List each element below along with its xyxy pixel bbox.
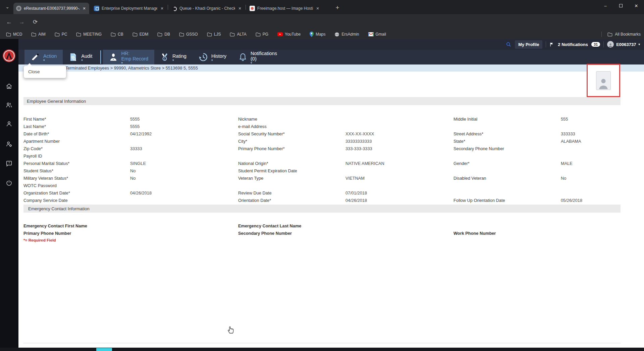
forward-button[interactable] [17, 18, 26, 27]
nav-item-audit[interactable]: Audit [63, 50, 98, 64]
image-host-favicon-icon [250, 6, 255, 11]
nav-item-label: Action [43, 53, 57, 59]
required-field-note: *= Required Field [23, 238, 56, 243]
field-label: Veteran Type [238, 176, 263, 181]
field-value: 07/01/2018 [345, 190, 367, 195]
field-label: WOTC Password [23, 183, 57, 188]
bookmark-item[interactable]: MCD [6, 32, 22, 37]
folder-icon [76, 32, 81, 37]
form-row: Organization Start Date*04/26/2018Review… [0, 190, 644, 197]
bookmark-label: PC [62, 32, 67, 37]
nav-item-action[interactable]: Action [24, 50, 63, 64]
tab-title: Freeimage.host — Image Hosti [257, 6, 313, 11]
back-button[interactable] [5, 18, 13, 27]
form-row: Last Name*5555e-mail Address [0, 124, 644, 131]
bookmark-item[interactable]: PG [256, 32, 268, 37]
pencil-icon [31, 52, 40, 62]
browser-tab[interactable]: Queue - Khadi Organic - Check [169, 3, 245, 14]
new-tab-button[interactable] [333, 3, 342, 13]
bookmark-item[interactable]: Maps [310, 32, 325, 37]
tab-close-icon[interactable] [315, 6, 320, 11]
bookmark-item[interactable]: CB [111, 32, 123, 37]
section-header-emergency: Emergency Contact Information [23, 205, 621, 213]
bookmark-item[interactable]: EDM [132, 32, 149, 37]
bookmark-label: GSSO [186, 32, 198, 37]
nav-item-label: Audit [81, 53, 92, 59]
home-icon[interactable] [5, 83, 13, 91]
nav-item-label: Notifications [251, 51, 277, 56]
chevron-down-icon [638, 43, 640, 46]
bookmark-item[interactable]: GSSO [179, 32, 198, 37]
all-bookmarks-button[interactable]: All Bookmarks [601, 30, 641, 39]
browser-tab[interactable]: Enterprise Deployment Manage [91, 3, 167, 14]
user-menu[interactable]: E0063737 [607, 41, 640, 48]
user-id-label: E0063737 [616, 42, 636, 47]
employees-icon[interactable] [5, 101, 13, 110]
window-close-button[interactable] [629, 0, 644, 11]
form-row: Date of Birth*04/12/1992Social Security … [0, 131, 644, 138]
nav-item-hr[interactable]: HR:Emp Record [103, 50, 154, 64]
tab-search-icon[interactable] [3, 3, 11, 11]
bookmark-label: Gmail [376, 32, 386, 37]
bookmark-item[interactable]: PC [55, 32, 67, 37]
bookmark-item[interactable]: ErsAdmin [334, 32, 359, 37]
browser-tab[interactable]: Freeimage.host — Image Hosti [247, 3, 323, 14]
field-label: Personal Marital Status* [23, 161, 69, 166]
bookmark-label: CB [118, 32, 123, 37]
breadcrumb[interactable]: Terminated Employees > 99990, Altametric… [65, 65, 198, 71]
tab-close-icon[interactable] [82, 6, 87, 11]
field-value: SINGLE [130, 161, 146, 166]
globe-gray-favicon-icon [16, 6, 21, 11]
field-label: Secondary Phone Number [238, 231, 292, 236]
field-value: No [561, 176, 566, 181]
notifications-link[interactable]: 2 Notifications [558, 42, 588, 47]
employee-photo-box[interactable] [587, 64, 620, 97]
bookmark-item[interactable]: YouTube [277, 32, 301, 37]
bookmark-item[interactable]: Gmail [368, 32, 386, 37]
maps-icon [310, 32, 314, 37]
field-value: 33333 [130, 146, 142, 151]
field-value: XXX-XX-XXXX [345, 131, 374, 136]
notifications-count-badge: 31 [591, 42, 600, 47]
menu-item-close[interactable]: Close [24, 66, 66, 78]
bookmark-item[interactable]: LJS [207, 32, 221, 37]
bookmark-item[interactable]: DB [157, 32, 170, 37]
maximize-button[interactable] [613, 0, 629, 11]
folder-icon [207, 32, 212, 37]
bookmark-item[interactable]: ALTA [230, 32, 246, 37]
chevron-down-icon [172, 59, 186, 61]
field-label: Work Phone Number [453, 231, 496, 236]
tab-close-icon[interactable] [160, 6, 164, 11]
field-label: Emergency Contact First Name [23, 223, 87, 228]
tab-title: Enterprise Deployment Manage [102, 6, 157, 11]
bookmark-item[interactable]: MEETING [76, 32, 102, 37]
tab-close-icon[interactable] [237, 6, 242, 11]
field-label: Apartment Number [23, 139, 60, 144]
my-profile-button[interactable]: My Profile [515, 40, 542, 49]
field-label: Payroll ID [23, 153, 42, 159]
nav-item-rating[interactable]: 1Rating [154, 50, 193, 64]
field-value: 333-333-3333 [345, 146, 372, 151]
folder-icon [31, 32, 36, 37]
field-value: 33333333333 [345, 139, 372, 144]
bookmark-item[interactable]: AIM [31, 32, 45, 37]
search-icon[interactable] [506, 42, 512, 47]
nav-item-history[interactable]: History [193, 50, 232, 64]
section-header-general: Employee General Information [23, 97, 621, 105]
form-row: Primary Phone NumberSecondary Phone Numb… [0, 231, 644, 237]
medal-icon: 1 [160, 52, 169, 62]
browser-tab[interactable]: eRestaurant-E0063737,99990-A [13, 3, 89, 14]
bookmark-items: MCDAIMPCMEETINGCBEDMDBGSSOLJSALTAPGYouTu… [6, 32, 386, 37]
form-row: Military Veteran Status*NoVeteran TypeVI… [0, 176, 644, 182]
field-label: Primary Phone Number [23, 231, 71, 236]
form-row: First Name*5555NicknameMiddle Initial555 [0, 117, 644, 123]
minimize-button[interactable] [598, 0, 613, 11]
field-label: Social Security Number* [238, 131, 285, 136]
reload-button[interactable] [31, 18, 40, 27]
divider [603, 41, 604, 47]
nav-item-label: Rating [172, 53, 186, 59]
section-title: Emergency Contact Information [28, 206, 90, 211]
all-bookmarks-label: All Bookmarks [615, 32, 641, 37]
nav-item-notifications[interactable]: Notifications(0) [232, 50, 283, 64]
altametrics-logo[interactable] [2, 49, 16, 62]
